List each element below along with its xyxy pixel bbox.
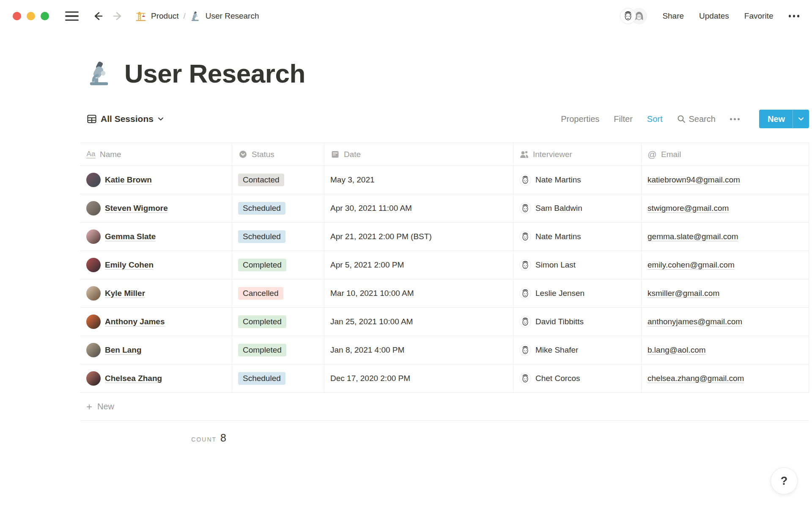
- email-cell[interactable]: ksmiller@gmail.com: [642, 279, 809, 307]
- breadcrumb-item-current[interactable]: User Research: [206, 11, 259, 21]
- more-icon[interactable]: [789, 15, 800, 17]
- email-link[interactable]: anthonyjames@gmail.com: [647, 317, 742, 326]
- email-cell[interactable]: gemma.slate@gmail.com: [642, 223, 809, 251]
- sidebar-menu-icon[interactable]: [65, 11, 79, 21]
- status-cell[interactable]: Completed: [232, 308, 324, 336]
- favorite-button[interactable]: Favorite: [744, 11, 774, 21]
- column-header-email[interactable]: @ Email: [642, 143, 809, 166]
- count-summary[interactable]: COUNT 8: [80, 421, 232, 444]
- status-cell[interactable]: Contacted: [232, 166, 324, 194]
- email-cell[interactable]: katiebrown94@gmail.com: [642, 166, 809, 194]
- help-button[interactable]: ?: [771, 467, 798, 494]
- date-cell[interactable]: Jan 8, 2021 4:00 PM: [324, 336, 513, 364]
- name-cell[interactable]: Anthony James: [80, 308, 232, 336]
- date-cell[interactable]: May 3, 2021: [324, 166, 513, 194]
- avatar: [86, 258, 101, 272]
- breadcrumb-item-product[interactable]: Product: [151, 11, 178, 21]
- new-record-button[interactable]: New: [759, 110, 809, 128]
- status-cell[interactable]: Scheduled: [232, 364, 324, 392]
- view-switcher[interactable]: All Sessions: [87, 114, 164, 124]
- interviewer-cell[interactable]: Leslie Jensen: [513, 279, 642, 307]
- at-icon: @: [647, 149, 657, 160]
- email-link[interactable]: ksmiller@gmail.com: [647, 289, 719, 298]
- date-cell[interactable]: Apr 21, 2021 2:00 PM (BST): [324, 223, 513, 251]
- avatar: [86, 286, 101, 301]
- updates-button[interactable]: Updates: [699, 11, 729, 21]
- status-cell[interactable]: Completed: [232, 251, 324, 279]
- interviewer-cell[interactable]: Chet Corcos: [513, 364, 642, 392]
- status-cell[interactable]: Scheduled: [232, 194, 324, 222]
- name-cell[interactable]: Emily Cohen: [80, 251, 232, 279]
- email-link[interactable]: b.lang@aol.com: [647, 345, 706, 355]
- new-record-dropdown[interactable]: [793, 110, 809, 128]
- interviewer-name: Mike Shafer: [535, 345, 578, 355]
- email-cell[interactable]: emily.cohen@gmail.com: [642, 251, 809, 279]
- name-cell[interactable]: Chelsea Zhang: [80, 364, 232, 392]
- email-link[interactable]: gemma.slate@gmail.com: [647, 232, 738, 241]
- column-header-date[interactable]: Date: [324, 143, 513, 166]
- interviewer-cell[interactable]: Nate Martins: [513, 223, 642, 251]
- status-cell[interactable]: Scheduled: [232, 223, 324, 251]
- session-name-link[interactable]: Emily Cohen: [105, 260, 154, 270]
- status-cell[interactable]: Completed: [232, 336, 324, 364]
- page-icon-microscope[interactable]: [87, 61, 113, 87]
- crane-icon: [135, 11, 146, 22]
- date-value: May 3, 2021: [330, 175, 375, 185]
- new-record-label[interactable]: New: [759, 110, 793, 128]
- date-cell[interactable]: Mar 10, 2021 10:00 AM: [324, 279, 513, 307]
- column-header-status[interactable]: Status: [232, 143, 324, 166]
- table-row: Kyle Miller Cancelled Mar 10, 2021 10:00…: [80, 279, 809, 308]
- interviewer-cell[interactable]: David Tibbitts: [513, 308, 642, 336]
- name-cell[interactable]: Ben Lang: [80, 336, 232, 364]
- avatar: [86, 201, 101, 215]
- search-button[interactable]: Search: [677, 114, 716, 124]
- email-link[interactable]: katiebrown94@gmail.com: [647, 175, 740, 185]
- new-row-button[interactable]: + New: [80, 393, 809, 421]
- session-name-link[interactable]: Gemma Slate: [105, 232, 156, 241]
- name-cell[interactable]: Gemma Slate: [80, 223, 232, 251]
- share-button[interactable]: Share: [662, 11, 684, 21]
- column-header-interviewer[interactable]: Interviewer: [513, 143, 642, 166]
- name-cell[interactable]: Katie Brown: [80, 166, 232, 194]
- interviewer-cell[interactable]: Sam Baldwin: [513, 194, 642, 222]
- session-name-link[interactable]: Anthony James: [105, 317, 165, 326]
- session-name-link[interactable]: Steven Wigmore: [105, 204, 168, 213]
- interviewer-cell[interactable]: Simon Last: [513, 251, 642, 279]
- session-name-link[interactable]: Chelsea Zhang: [105, 374, 162, 383]
- interviewer-name: Simon Last: [535, 260, 576, 270]
- session-name-link[interactable]: Ben Lang: [105, 345, 142, 355]
- properties-button[interactable]: Properties: [561, 114, 599, 124]
- interviewer-cell[interactable]: Mike Shafer: [513, 336, 642, 364]
- email-cell[interactable]: b.lang@aol.com: [642, 336, 809, 364]
- status-cell[interactable]: Cancelled: [232, 279, 324, 307]
- email-link[interactable]: emily.cohen@gmail.com: [647, 260, 735, 270]
- email-link[interactable]: chelsea.zhang@gmail.com: [647, 374, 744, 383]
- view-more-icon[interactable]: [730, 118, 740, 120]
- back-arrow-icon[interactable]: [91, 10, 104, 22]
- forward-arrow-icon[interactable]: [112, 10, 124, 22]
- status-badge: Scheduled: [238, 230, 285, 243]
- name-cell[interactable]: Kyle Miller: [80, 279, 232, 307]
- email-cell[interactable]: chelsea.zhang@gmail.com: [642, 364, 809, 392]
- close-window-button[interactable]: [13, 12, 21, 20]
- date-cell[interactable]: Apr 30, 2021 11:00 AM: [324, 194, 513, 222]
- column-header-name[interactable]: Aa Name: [80, 143, 232, 166]
- date-cell[interactable]: Jan 25, 2021 10:00 AM: [324, 308, 513, 336]
- name-cell[interactable]: Steven Wigmore: [80, 194, 232, 222]
- date-cell[interactable]: Dec 17, 2020 2:00 PM: [324, 364, 513, 392]
- interviewer-cell[interactable]: Nate Martins: [513, 166, 642, 194]
- zoom-window-button[interactable]: [41, 12, 49, 20]
- sort-button[interactable]: Sort: [647, 114, 663, 124]
- date-cell[interactable]: Apr 5, 2021 2:00 PM: [324, 251, 513, 279]
- status-badge: Scheduled: [238, 372, 285, 385]
- calendar-icon: [330, 150, 340, 158]
- email-cell[interactable]: stwigmore@gmail.com: [642, 194, 809, 222]
- table-body: Katie Brown Contacted May 3, 2021 Nate M…: [80, 166, 809, 393]
- email-cell[interactable]: anthonyjames@gmail.com: [642, 308, 809, 336]
- email-link[interactable]: stwigmore@gmail.com: [647, 204, 729, 213]
- minimize-window-button[interactable]: [27, 12, 35, 20]
- filter-button[interactable]: Filter: [614, 114, 632, 124]
- status-badge: Completed: [238, 344, 286, 356]
- session-name-link[interactable]: Kyle Miller: [105, 289, 145, 298]
- session-name-link[interactable]: Katie Brown: [105, 175, 152, 185]
